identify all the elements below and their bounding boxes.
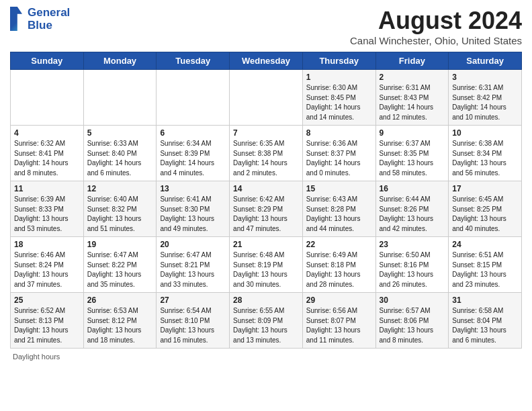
calendar-cell: 6Sunrise: 6:34 AM Sunset: 8:39 PM Daylig… [157,126,230,181]
page-header: General Blue August 2024 Canal Wincheste… [10,7,522,46]
day-number: 5 [87,128,153,138]
day-number: 31 [452,295,518,305]
calendar-cell: 8Sunrise: 6:36 AM Sunset: 8:37 PM Daylig… [302,126,375,181]
day-info: Sunrise: 6:41 AM Sunset: 8:30 PM Dayligh… [160,195,226,234]
day-number: 23 [380,240,445,249]
day-info: Sunrise: 6:31 AM Sunset: 8:43 PM Dayligh… [380,83,445,122]
day-info: Sunrise: 6:32 AM Sunset: 8:41 PM Dayligh… [14,139,80,178]
day-info: Sunrise: 6:35 AM Sunset: 8:38 PM Dayligh… [233,139,299,178]
calendar-cell: 28Sunrise: 6:55 AM Sunset: 8:09 PM Dayli… [230,293,303,349]
day-number: 6 [160,128,226,138]
day-info: Sunrise: 6:47 AM Sunset: 8:21 PM Dayligh… [160,250,226,289]
day-number: 26 [87,295,153,305]
calendar-cell: 9Sunrise: 6:37 AM Sunset: 8:35 PM Daylig… [375,126,449,181]
day-info: Sunrise: 6:56 AM Sunset: 8:07 PM Dayligh… [306,306,372,345]
day-header-tuesday: Tuesday [157,52,230,70]
calendar-week-1: 1Sunrise: 6:30 AM Sunset: 8:45 PM Daylig… [11,70,522,126]
footer-label: Daylight hours [13,353,60,361]
day-header-wednesday: Wednesday [230,52,303,70]
day-info: Sunrise: 6:38 AM Sunset: 8:34 PM Dayligh… [452,139,518,178]
calendar-cell: 5Sunrise: 6:33 AM Sunset: 8:40 PM Daylig… [83,126,157,181]
calendar-cell: 11Sunrise: 6:39 AM Sunset: 8:33 PM Dayli… [11,181,84,237]
day-info: Sunrise: 6:49 AM Sunset: 8:18 PM Dayligh… [306,250,372,289]
calendar-cell: 2Sunrise: 6:31 AM Sunset: 8:43 PM Daylig… [375,70,449,126]
calendar-cell: 1Sunrise: 6:30 AM Sunset: 8:45 PM Daylig… [302,70,375,126]
calendar-cell: 26Sunrise: 6:53 AM Sunset: 8:12 PM Dayli… [83,293,157,349]
calendar-cell [83,70,157,126]
calendar-cell: 25Sunrise: 6:52 AM Sunset: 8:13 PM Dayli… [11,293,84,349]
calendar-cell: 20Sunrise: 6:47 AM Sunset: 8:21 PM Dayli… [157,237,230,293]
calendar-cell: 7Sunrise: 6:35 AM Sunset: 8:38 PM Daylig… [230,126,303,181]
calendar-week-2: 4Sunrise: 6:32 AM Sunset: 8:41 PM Daylig… [11,126,522,181]
day-number: 24 [452,240,518,249]
day-info: Sunrise: 6:43 AM Sunset: 8:28 PM Dayligh… [306,195,372,234]
calendar-cell: 17Sunrise: 6:45 AM Sunset: 8:25 PM Dayli… [449,181,522,237]
day-info: Sunrise: 6:58 AM Sunset: 8:04 PM Dayligh… [452,306,518,345]
calendar-cell: 19Sunrise: 6:47 AM Sunset: 8:22 PM Dayli… [83,237,157,293]
calendar-header-row: SundayMondayTuesdayWednesdayThursdayFrid… [11,52,522,70]
calendar-cell [157,70,230,126]
day-number: 20 [160,240,226,249]
calendar-cell: 21Sunrise: 6:48 AM Sunset: 8:19 PM Dayli… [230,237,303,293]
day-info: Sunrise: 6:51 AM Sunset: 8:15 PM Dayligh… [452,250,518,289]
calendar-cell: 16Sunrise: 6:44 AM Sunset: 8:26 PM Dayli… [375,181,449,237]
day-number: 30 [380,295,445,305]
day-number: 1 [306,73,372,82]
day-header-saturday: Saturday [449,52,522,70]
calendar-cell: 23Sunrise: 6:50 AM Sunset: 8:16 PM Dayli… [375,237,449,293]
day-number: 11 [14,184,80,193]
day-info: Sunrise: 6:36 AM Sunset: 8:37 PM Dayligh… [306,139,372,178]
calendar-cell: 24Sunrise: 6:51 AM Sunset: 8:15 PM Dayli… [449,237,522,293]
day-number: 12 [87,184,153,193]
day-info: Sunrise: 6:42 AM Sunset: 8:29 PM Dayligh… [233,195,299,234]
day-info: Sunrise: 6:40 AM Sunset: 8:32 PM Dayligh… [87,195,153,234]
day-header-thursday: Thursday [302,52,375,70]
day-info: Sunrise: 6:31 AM Sunset: 8:42 PM Dayligh… [452,83,518,122]
day-number: 19 [87,240,153,249]
day-info: Sunrise: 6:48 AM Sunset: 8:19 PM Dayligh… [233,250,299,289]
calendar-cell: 27Sunrise: 6:54 AM Sunset: 8:10 PM Dayli… [157,293,230,349]
day-number: 15 [306,184,372,193]
day-info: Sunrise: 6:50 AM Sunset: 8:16 PM Dayligh… [380,250,445,289]
calendar-cell [11,70,84,126]
calendar-cell: 10Sunrise: 6:38 AM Sunset: 8:34 PM Dayli… [449,126,522,181]
day-number: 7 [233,128,299,138]
day-number: 3 [452,73,518,82]
day-number: 29 [306,295,372,305]
logo-line2: Blue [28,19,70,32]
day-number: 13 [160,184,226,193]
day-info: Sunrise: 6:55 AM Sunset: 8:09 PM Dayligh… [233,306,299,345]
calendar-cell: 14Sunrise: 6:42 AM Sunset: 8:29 PM Dayli… [230,181,303,237]
day-info: Sunrise: 6:57 AM Sunset: 8:06 PM Dayligh… [380,306,445,345]
calendar-cell: 4Sunrise: 6:32 AM Sunset: 8:41 PM Daylig… [11,126,84,181]
day-number: 17 [452,184,518,193]
footer: Daylight hours [10,353,522,361]
calendar-cell: 3Sunrise: 6:31 AM Sunset: 8:42 PM Daylig… [449,70,522,126]
calendar-table: SundayMondayTuesdayWednesdayThursdayFrid… [10,52,522,349]
day-header-friday: Friday [375,52,449,70]
calendar-cell: 31Sunrise: 6:58 AM Sunset: 8:04 PM Dayli… [449,293,522,349]
calendar-week-4: 18Sunrise: 6:46 AM Sunset: 8:24 PM Dayli… [11,237,522,293]
day-header-monday: Monday [83,52,157,70]
calendar-cell: 18Sunrise: 6:46 AM Sunset: 8:24 PM Dayli… [11,237,84,293]
day-number: 8 [306,128,372,138]
calendar-cell: 22Sunrise: 6:49 AM Sunset: 8:18 PM Dayli… [302,237,375,293]
day-info: Sunrise: 6:30 AM Sunset: 8:45 PM Dayligh… [306,83,372,122]
day-number: 21 [233,240,299,249]
day-number: 2 [380,73,445,82]
day-number: 9 [380,128,445,138]
day-info: Sunrise: 6:44 AM Sunset: 8:26 PM Dayligh… [380,195,445,234]
subtitle: Canal Winchester, Ohio, United States [350,35,522,46]
day-info: Sunrise: 6:52 AM Sunset: 8:13 PM Dayligh… [14,306,80,345]
day-info: Sunrise: 6:54 AM Sunset: 8:10 PM Dayligh… [160,306,226,345]
logo: General Blue [10,7,70,32]
day-info: Sunrise: 6:53 AM Sunset: 8:12 PM Dayligh… [87,306,153,345]
logo-line1: General [28,7,70,19]
day-info: Sunrise: 6:37 AM Sunset: 8:35 PM Dayligh… [380,139,445,178]
day-info: Sunrise: 6:46 AM Sunset: 8:24 PM Dayligh… [14,250,80,289]
calendar-cell: 30Sunrise: 6:57 AM Sunset: 8:06 PM Dayli… [375,293,449,349]
day-number: 10 [452,128,518,138]
day-number: 18 [14,240,80,249]
calendar-week-5: 25Sunrise: 6:52 AM Sunset: 8:13 PM Dayli… [11,293,522,349]
day-number: 14 [233,184,299,193]
